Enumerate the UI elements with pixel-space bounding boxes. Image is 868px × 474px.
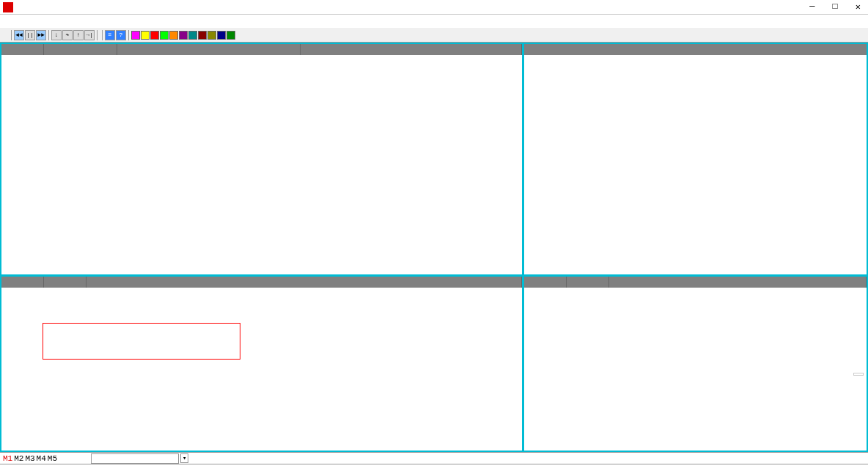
color-swatch[interactable] xyxy=(179,31,188,40)
dump-panel xyxy=(0,276,523,452)
command-input[interactable] xyxy=(91,453,179,464)
marker-m1[interactable]: M1 xyxy=(3,454,12,463)
step-over-button[interactable]: ↷ xyxy=(62,30,73,40)
step-out-button[interactable]: ↑ xyxy=(73,30,84,40)
stack-header xyxy=(524,277,867,288)
maximize-button[interactable]: □ xyxy=(828,1,842,12)
nav-back-button[interactable]: ◄◄ xyxy=(14,30,24,40)
ime-toolbar[interactable] xyxy=(853,373,864,376)
menubar xyxy=(0,15,868,28)
window-controls: ― □ ✕ xyxy=(805,1,865,12)
col-comment[interactable] xyxy=(301,44,522,55)
col-disasm[interactable] xyxy=(117,44,301,55)
color-swatch[interactable] xyxy=(141,31,150,40)
toolbar: ◄◄ || ►► ↓ ↷ ↑ →| ≡ ? xyxy=(0,28,868,43)
dump-header xyxy=(1,277,522,288)
col-hex[interactable] xyxy=(44,44,117,55)
color-swatch[interactable] xyxy=(188,31,197,40)
stack-col-val[interactable] xyxy=(567,277,609,288)
color-swatch[interactable] xyxy=(169,31,178,40)
tool-button-2[interactable]: ? xyxy=(116,30,126,40)
stack-panel xyxy=(523,276,868,452)
minimize-button[interactable]: ― xyxy=(805,1,819,12)
status-bar xyxy=(0,464,868,474)
disassembly-panel xyxy=(0,43,523,276)
stack-col-cmt[interactable] xyxy=(609,277,867,288)
command-bar: M1 M2 M3 M4 M5 ▾ xyxy=(0,452,868,464)
marker-m4[interactable]: M4 xyxy=(37,454,46,463)
dump-col-addr[interactable] xyxy=(1,277,44,288)
color-swatch[interactable] xyxy=(150,31,159,40)
dump-col-cmt[interactable] xyxy=(87,277,522,288)
color-swatch[interactable] xyxy=(198,31,207,40)
reg-header xyxy=(524,44,867,55)
app-icon xyxy=(3,2,13,12)
nav-fwd-button[interactable]: ►► xyxy=(36,30,46,40)
marker-m5[interactable]: M5 xyxy=(48,454,57,463)
color-swatch[interactable] xyxy=(217,31,226,40)
stack-col-addr[interactable] xyxy=(524,277,567,288)
titlebar: ― □ ✕ xyxy=(0,0,868,15)
color-swatch[interactable] xyxy=(207,31,216,40)
color-swatch[interactable] xyxy=(160,31,169,40)
marker-m2[interactable]: M2 xyxy=(14,454,23,463)
pause-button[interactable]: || xyxy=(25,30,35,40)
dump-col-val[interactable] xyxy=(44,277,87,288)
registers-panel xyxy=(523,43,868,276)
close-button[interactable]: ✕ xyxy=(851,1,865,12)
color-swatch[interactable] xyxy=(227,31,235,40)
color-toolbar xyxy=(131,31,235,40)
step-into-button[interactable]: ↓ xyxy=(51,30,62,40)
disasm-header xyxy=(1,44,522,55)
color-swatch[interactable] xyxy=(131,31,140,40)
marker-m3[interactable]: M3 xyxy=(25,454,34,463)
dropdown-button[interactable]: ▾ xyxy=(180,453,188,463)
tool-button-1[interactable]: ≡ xyxy=(105,30,115,40)
disasm-rows[interactable] xyxy=(1,55,522,274)
col-address[interactable] xyxy=(1,44,44,55)
reg-body[interactable] xyxy=(524,55,867,58)
highlight-box xyxy=(43,323,240,360)
run-to-button[interactable]: →| xyxy=(84,30,95,40)
